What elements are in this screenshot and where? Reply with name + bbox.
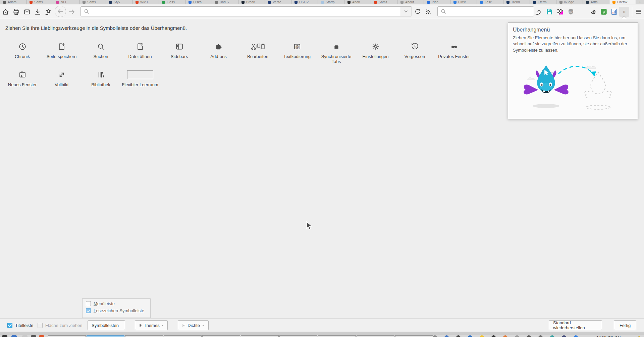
print-icon[interactable] [12, 8, 20, 16]
palette-item[interactable]: Sidebars [160, 41, 199, 64]
search-bar[interactable] [437, 6, 534, 16]
drag-space-toggle[interactable]: Fläche zum Ziehen [38, 319, 83, 332]
tab[interactable]: DSGV [291, 0, 318, 4]
taskbar-window-button[interactable] [48, 335, 86, 337]
tab-active[interactable]: Firefox [609, 0, 636, 4]
tab[interactable]: Bad S [212, 0, 238, 4]
tab[interactable]: Startp [318, 0, 344, 4]
tray-icon[interactable] [538, 335, 543, 337]
tab[interactable]: liZiege [556, 0, 583, 4]
tray-icon[interactable] [550, 335, 554, 337]
taskbar-launcher-icon[interactable] [31, 335, 36, 337]
bookmark-star-icon[interactable] [44, 8, 52, 16]
checker-extension-icon[interactable] [556, 8, 564, 16]
reload-icon[interactable] [414, 8, 422, 16]
taskbar-launcher-icon[interactable] [39, 335, 44, 337]
density-dropdown-button[interactable]: Dichte [178, 320, 209, 330]
titlebar-toggle[interactable]: Titelleiste [7, 319, 33, 332]
taskbar-window-button[interactable] [164, 335, 202, 337]
palette-item[interactable]: Privates Fenster [434, 41, 474, 64]
taskbar-pencil-icon[interactable] [635, 335, 641, 337]
palette-item[interactable]: @Textkodierung [277, 41, 317, 64]
toolbars-dropdown-button[interactable]: Symbolleisten [88, 320, 125, 330]
urlbar-dropdown-button[interactable] [400, 7, 412, 16]
palette-item[interactable]: Einstellungen [356, 41, 395, 64]
tab[interactable]: Sams [371, 0, 397, 4]
palette-item[interactable]: Flexibler Leerraum [120, 69, 160, 87]
floppy-extension-icon[interactable] [545, 8, 553, 16]
taskbar-launcher-icon[interactable] [22, 335, 28, 337]
taskbar-window-button[interactable] [318, 335, 356, 337]
palette-item[interactable]: Seite speichern [42, 41, 81, 64]
taskbar-launcher-icon[interactable] [11, 335, 17, 337]
tab[interactable]: About [397, 0, 424, 4]
tab[interactable]: Einst [450, 0, 477, 4]
palette-item[interactable]: Neues Fenster [3, 69, 42, 87]
tray-icon[interactable] [480, 335, 484, 337]
taskbar-window-button[interactable] [357, 335, 394, 337]
tab[interactable]: Sams [79, 0, 106, 4]
tray-icon[interactable] [456, 335, 461, 337]
forward-button[interactable] [68, 8, 76, 16]
overflow-menu-button[interactable]: » [619, 7, 629, 17]
taskbar-window-button[interactable] [202, 335, 240, 337]
checkbox-checked-icon[interactable] [86, 308, 91, 313]
tab[interactable]: Eterm [530, 0, 556, 4]
url-bar[interactable] [80, 6, 412, 16]
palette-item[interactable]: Add-ons [199, 41, 238, 64]
taskbar-window-button[interactable] [395, 335, 433, 337]
rss-icon[interactable] [424, 8, 432, 16]
tab[interactable]: Artts [583, 0, 609, 4]
tab[interactable]: Anon [344, 0, 371, 4]
tray-icon[interactable] [433, 335, 437, 337]
tray-icon[interactable] [444, 335, 449, 337]
taskbar-window-button[interactable] [241, 335, 279, 337]
tray-icon[interactable] [515, 335, 519, 337]
tab[interactable]: Verse [265, 0, 291, 4]
mail-icon[interactable] [23, 8, 31, 16]
tab[interactable]: Sams [26, 0, 53, 4]
popup-menu-item[interactable]: Menüleiste [83, 300, 150, 307]
themes-dropdown-button[interactable]: Themes [135, 320, 168, 330]
tab[interactable]: Diska [185, 0, 212, 4]
tab[interactable]: Trend [503, 0, 530, 4]
tray-icon[interactable] [527, 335, 531, 337]
palette-item[interactable]: Vollbild [42, 69, 81, 87]
palette-item[interactable]: Datei öffnen [120, 41, 160, 64]
tab[interactable]: Wie F [132, 0, 159, 4]
tray-icon[interactable] [562, 335, 566, 337]
leaf-extension-icon[interactable] [600, 8, 608, 16]
restore-defaults-button[interactable]: Standard wiederherstellen [549, 320, 602, 330]
tab[interactable]: Adam [0, 0, 26, 4]
tray-icon[interactable] [574, 335, 578, 337]
tab[interactable]: Break [238, 0, 265, 4]
ublock-shield-icon[interactable]: UO [567, 8, 575, 16]
swoosh-extension-icon[interactable] [535, 8, 543, 16]
palette-item[interactable]: Vergessen [395, 41, 434, 64]
tab[interactable]: NFL [53, 0, 79, 4]
home-icon[interactable] [1, 8, 9, 16]
tab[interactable]: Fless [159, 0, 185, 4]
palette-item[interactable]: Synchronisierte Tabs [317, 41, 356, 64]
chart-extension-icon[interactable] [610, 8, 618, 16]
palette-item[interactable]: Chronik [3, 41, 42, 64]
back-button[interactable] [55, 6, 66, 17]
tray-icon[interactable] [491, 335, 496, 337]
checkbox-checked-icon[interactable] [7, 323, 12, 328]
menu-hamburger-icon[interactable] [635, 8, 643, 16]
done-button[interactable]: Fertig [614, 320, 636, 330]
popup-menu-item[interactable]: Lesezeichen-Symbolleiste [83, 307, 150, 314]
palette-item[interactable]: Suchen [81, 41, 120, 64]
taskbar-window-button[interactable] [279, 335, 317, 337]
tab[interactable]: Lese [477, 0, 503, 4]
taskbar-launcher-icon[interactable] [2, 335, 7, 337]
new-tab-button[interactable]: + [636, 0, 644, 4]
tab[interactable]: Plan [424, 0, 450, 4]
checkbox-unchecked-icon[interactable] [86, 301, 91, 306]
tray-icon[interactable] [468, 335, 472, 337]
palette-item[interactable]: Bearbeiten [238, 41, 277, 64]
swirl-extension-icon[interactable] [589, 8, 597, 16]
taskbar-window-button[interactable] [125, 335, 163, 337]
tab[interactable]: Styx [106, 0, 132, 4]
download-icon[interactable] [34, 8, 42, 16]
